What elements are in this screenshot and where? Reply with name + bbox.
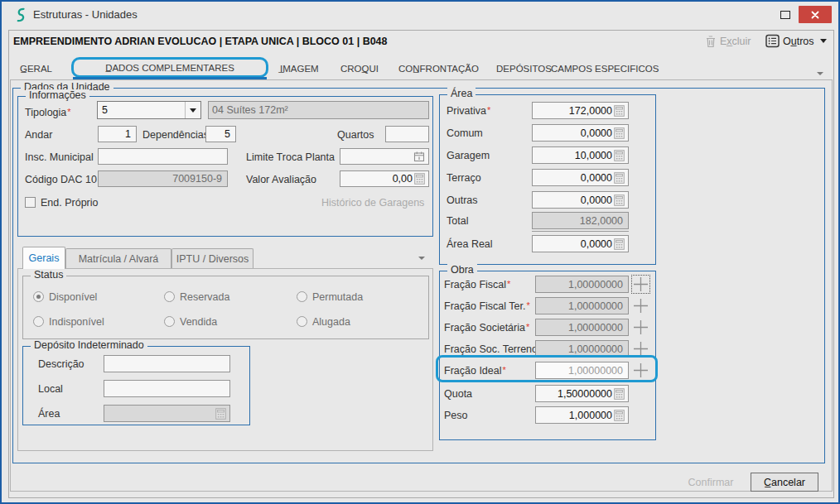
radio-alugada[interactable] bbox=[297, 316, 307, 327]
limite-troca-label: Limite Troca Planta bbox=[246, 151, 335, 163]
window-estruturas-unidades: Estruturas - Unidades EMPREENDIMENTO ADR… bbox=[0, 0, 840, 504]
end-proprio-checkbox[interactable] bbox=[25, 197, 36, 208]
radio-permutada[interactable] bbox=[297, 291, 307, 302]
plus-icon bbox=[634, 299, 648, 313]
local-label: Local bbox=[38, 383, 63, 395]
fracao-ideal-label: Fração Ideal* bbox=[444, 365, 506, 377]
terraco-field[interactable]: 0,0000 bbox=[532, 169, 629, 186]
subtab-iptu-diversos[interactable]: IPTU / Diversos bbox=[171, 248, 253, 269]
calculator-icon[interactable] bbox=[614, 172, 625, 184]
valor-avaliacao-field[interactable]: 0,00 bbox=[340, 170, 429, 187]
fracao-fiscal-plus-button[interactable] bbox=[632, 276, 649, 293]
calculator-icon[interactable] bbox=[614, 150, 625, 161]
calculator-icon[interactable] bbox=[614, 194, 625, 206]
required-marker: * bbox=[526, 300, 529, 310]
deposito-area-field bbox=[104, 405, 230, 422]
deposito-area-label: Área bbox=[38, 408, 60, 420]
tab-dados-complementares[interactable]: D̲ADOS COMPLEMENTARES bbox=[105, 63, 234, 73]
close-icon bbox=[811, 11, 819, 19]
fracao-societaria-field: 1,00000000 bbox=[535, 319, 629, 336]
dependencias-field[interactable]: 5 bbox=[205, 126, 236, 142]
end-proprio-label: End. Próprio bbox=[41, 197, 98, 209]
andar-field[interactable]: 1 bbox=[98, 126, 137, 142]
required-marker: * bbox=[507, 279, 510, 289]
confirmar-button[interactable]: Confirmar bbox=[677, 473, 745, 492]
tab-overflow-icon[interactable] bbox=[817, 72, 823, 75]
calculator-icon[interactable] bbox=[414, 173, 425, 185]
fracao-ideal-field[interactable]: 1,00000000 bbox=[535, 362, 629, 379]
garagem-field[interactable]: 10,0000 bbox=[532, 146, 629, 164]
group-deposito-legend: Depósito Indeterminado bbox=[31, 339, 147, 351]
plus-icon bbox=[634, 320, 648, 334]
fracao-societaria-plus-button[interactable] bbox=[632, 319, 649, 336]
radio-vendida[interactable] bbox=[164, 316, 175, 327]
outros-button[interactable]: Ou̲tros bbox=[765, 34, 827, 48]
plus-icon bbox=[634, 342, 648, 356]
limite-troca-field[interactable] bbox=[340, 148, 429, 165]
tab-croqui[interactable]: CROQ̲UI bbox=[340, 64, 379, 74]
local-field[interactable] bbox=[104, 380, 230, 397]
close-button[interactable] bbox=[799, 6, 832, 23]
calculator-icon[interactable] bbox=[614, 388, 625, 400]
tab-imagem[interactable]: I̲MAGEM bbox=[280, 64, 319, 74]
outros-dropdown-icon bbox=[820, 39, 827, 43]
terraco-label: Terraço bbox=[447, 172, 481, 184]
descricao-field[interactable] bbox=[104, 355, 230, 372]
privativa-field[interactable]: 172,0000 bbox=[532, 102, 629, 119]
quartos-label: Quartos bbox=[337, 129, 374, 141]
tab-geral[interactable]: G̲ERAL bbox=[20, 64, 52, 74]
codigo-dac-label: Código DAC 10 bbox=[25, 174, 97, 185]
total-field: 182,0000 bbox=[532, 212, 629, 229]
subtab-overflow-icon[interactable] bbox=[418, 257, 425, 260]
quartos-field[interactable] bbox=[385, 126, 429, 142]
tipologia-dropdown-button[interactable] bbox=[185, 102, 200, 118]
plus-icon bbox=[634, 363, 648, 377]
group-obra-legend: Obra bbox=[447, 264, 477, 276]
valor-avaliacao-label: Valor Avaliação bbox=[246, 174, 316, 185]
insc-municipal-field[interactable] bbox=[98, 148, 228, 165]
window-title: Estruturas - Unidades bbox=[33, 8, 138, 21]
chevron-down-icon bbox=[190, 108, 196, 113]
peso-field[interactable]: 1,000000 bbox=[535, 406, 629, 424]
radio-disponivel[interactable] bbox=[33, 291, 44, 302]
outras-field[interactable]: 0,0000 bbox=[532, 191, 629, 209]
calendar-icon[interactable] bbox=[413, 151, 425, 162]
subtab-gerais[interactable]: Gerais bbox=[22, 247, 65, 269]
historico-garagens-link[interactable]: Histórico de Garagens bbox=[321, 197, 424, 209]
excluir-button[interactable]: Ex̲cluir bbox=[705, 35, 751, 48]
radio-vendida-label: Vendida bbox=[180, 316, 217, 328]
radio-indisponivel[interactable] bbox=[33, 316, 44, 327]
quota-field[interactable]: 1,50000000 bbox=[535, 385, 629, 402]
required-marker: * bbox=[526, 322, 529, 332]
calculator-icon[interactable] bbox=[614, 105, 625, 117]
comum-field[interactable]: 0,0000 bbox=[532, 124, 629, 142]
calculator-icon[interactable] bbox=[614, 410, 625, 421]
radio-indisponivel-label: Indisponível bbox=[49, 316, 104, 328]
cancelar-button[interactable]: C̲ancelar bbox=[751, 473, 818, 492]
fracao-fiscal-ter-plus-button[interactable] bbox=[632, 297, 649, 314]
radio-disponivel-label: Disponível bbox=[49, 291, 97, 303]
fracao-fiscal-ter-label: Fração Fiscal Ter.* bbox=[444, 300, 530, 312]
tab-depositos[interactable]: DEPÓSITOS bbox=[496, 64, 552, 74]
fracao-societaria-label: Fração Societária* bbox=[444, 322, 529, 334]
tab-confrontacao[interactable]: CON̲FRONTAÇÃO bbox=[398, 64, 479, 74]
tab-dados-complementares-callout: D̲ADOS COMPLEMENTARES bbox=[71, 57, 268, 78]
radio-reservada-label: Reservada bbox=[180, 291, 229, 303]
calculator-icon[interactable] bbox=[614, 127, 625, 139]
tab-campos-especificos[interactable]: CAMPOS ESPECIFICOS bbox=[551, 64, 659, 74]
quota-label: Quota bbox=[444, 388, 472, 400]
descricao-label: Descrição bbox=[38, 358, 84, 370]
tipologia-combobox[interactable]: 5 bbox=[97, 101, 201, 119]
excluir-label: Ex̲cluir bbox=[720, 36, 751, 47]
privativa-label: Privativa* bbox=[447, 105, 490, 117]
radio-reservada[interactable] bbox=[164, 291, 175, 302]
trash-icon bbox=[705, 35, 717, 48]
radio-permutada-label: Permutada bbox=[312, 291, 363, 303]
codigo-dac-field: 7009150-9 bbox=[98, 170, 228, 187]
fracao-ideal-plus-button[interactable] bbox=[632, 362, 649, 379]
calculator-icon[interactable] bbox=[614, 238, 625, 250]
area-real-label: Área Real bbox=[447, 238, 493, 250]
maximize-button[interactable] bbox=[775, 8, 795, 22]
subtab-matricula-alvara[interactable]: Matrícula / Alvará bbox=[65, 248, 171, 269]
area-real-field[interactable]: 0,0000 bbox=[532, 235, 629, 252]
